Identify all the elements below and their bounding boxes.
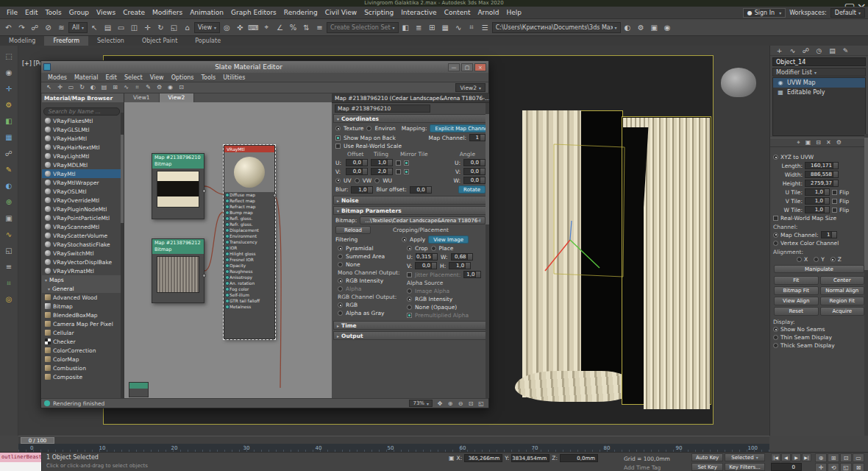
- material-port[interactable]: Anisotropy: [224, 275, 274, 280]
- place-radio[interactable]: [431, 246, 436, 251]
- partial-node[interactable]: [129, 382, 149, 397]
- pan-icon[interactable]: ✛: [55, 83, 65, 92]
- slate-menu-item[interactable]: Options: [168, 74, 198, 81]
- key-filters-button[interactable]: Key Filters...: [725, 463, 765, 471]
- object-name-field[interactable]: Object_14: [772, 57, 866, 66]
- zoom-icon[interactable]: ⊕: [815, 453, 827, 462]
- ribbon-tab[interactable]: Populate: [186, 36, 230, 46]
- filter-none-radio[interactable]: [338, 262, 343, 267]
- pan-icon[interactable]: ✛: [815, 463, 827, 471]
- region-icon[interactable]: ▭: [66, 83, 76, 92]
- layer-explorer-icon[interactable]: ⊞: [426, 21, 438, 34]
- tab-utilities-icon[interactable]: ✎: [841, 47, 850, 54]
- select-tool-icon[interactable]: ↖: [44, 83, 54, 92]
- zoom-out-icon[interactable]: ⊖: [456, 400, 465, 407]
- menu-item[interactable]: Scripting: [360, 9, 397, 16]
- slate-menu-item[interactable]: Modes: [44, 74, 71, 81]
- time-slider[interactable]: 0 / 100: [18, 436, 769, 444]
- ref-coord-dropdown[interactable]: View: [194, 22, 220, 33]
- custom-tool-icon[interactable]: ∿: [4, 230, 15, 240]
- settings-icon[interactable]: ⚙: [154, 83, 164, 92]
- w-flip-checkbox[interactable]: [832, 208, 837, 213]
- scale-icon[interactable]: ◱: [168, 21, 180, 34]
- v-flip-spinner[interactable]: 1,0: [805, 197, 830, 205]
- scene-explorer-icon[interactable]: ☰: [479, 21, 491, 34]
- map-list-item[interactable]: Combustion: [42, 364, 124, 372]
- maxscript-input-line[interactable]: [0, 462, 41, 471]
- z-coordinate-field[interactable]: 0,0mm: [560, 454, 598, 462]
- menu-item[interactable]: Create: [119, 9, 149, 16]
- orbit-icon[interactable]: ⟲: [828, 463, 839, 471]
- alpha-as-gray-radio[interactable]: [338, 311, 343, 316]
- select-by-name-icon[interactable]: ▤: [102, 21, 114, 34]
- material-list-item[interactable]: VRayMtl: [42, 169, 124, 178]
- schematic-view-icon[interactable]: ⌗: [466, 21, 478, 34]
- material-list-item[interactable]: VRayMDLMtl: [42, 160, 124, 169]
- reload-button[interactable]: Reload: [335, 226, 371, 234]
- align-x-radio[interactable]: [797, 257, 802, 262]
- eye-icon[interactable]: ◉: [777, 79, 784, 86]
- custom-tool-icon[interactable]: ✎: [4, 165, 15, 175]
- material-list-item[interactable]: VRayStochasticFlake: [42, 240, 124, 249]
- material-ball-icon[interactable]: ◐: [88, 83, 98, 92]
- material-port[interactable]: Fog color: [224, 286, 274, 292]
- material-list-item[interactable]: VRayLightMtl: [42, 152, 124, 160]
- pyramidal-radio[interactable]: [338, 246, 343, 251]
- modifier-list-dropdown[interactable]: Modifier List: [772, 68, 866, 77]
- custom-tool-icon[interactable]: ≡: [4, 262, 15, 272]
- pin-stack-icon[interactable]: ⌖: [797, 139, 800, 146]
- mono-rgb-intensity-radio[interactable]: [338, 278, 343, 283]
- output-socket[interactable]: [273, 194, 277, 197]
- map-channel-spinner[interactable]: 1: [469, 134, 485, 141]
- material-port[interactable]: Hilight gloss: [224, 251, 274, 257]
- alignment-button[interactable]: Bitmap Fit: [774, 286, 819, 295]
- tab-display-icon[interactable]: ▤: [828, 47, 837, 54]
- selected-dropdown[interactable]: Selected: [725, 453, 765, 461]
- viewcube[interactable]: [721, 68, 756, 97]
- selection-filter-dropdown[interactable]: All: [68, 22, 88, 33]
- unlink-icon[interactable]: ⊘: [42, 21, 54, 34]
- alignment-button[interactable]: View Align: [774, 297, 819, 305]
- rotate-button[interactable]: Rotate: [458, 185, 485, 194]
- zoom-region-icon[interactable]: ▭: [853, 453, 864, 462]
- alignment-button[interactable]: Acquire: [820, 307, 865, 316]
- ribbon-tab[interactable]: Selection: [88, 36, 133, 46]
- slate-view-selector[interactable]: View2: [455, 83, 485, 92]
- menu-item[interactable]: Modifiers: [149, 9, 186, 16]
- next-frame-icon[interactable]: ▶|: [802, 453, 811, 461]
- search-input[interactable]: [43, 107, 120, 116]
- rotate-icon[interactable]: ↻: [154, 21, 167, 34]
- material-editor-icon[interactable]: ◐: [622, 21, 634, 34]
- length-spinner[interactable]: 160,171: [805, 162, 839, 169]
- custom-tool-icon[interactable]: ◧: [4, 116, 15, 127]
- show-end-result-icon[interactable]: ▣: [805, 139, 811, 146]
- material-port[interactable]: Translucency: [224, 239, 274, 245]
- xyz-to-uvw-radio[interactable]: [773, 155, 778, 160]
- layout-icon[interactable]: ⊞: [110, 83, 120, 92]
- pick-material-icon[interactable]: ▤: [99, 83, 109, 92]
- set-key-button[interactable]: Set Key: [691, 463, 723, 471]
- redo-icon[interactable]: ↷: [15, 21, 28, 34]
- crop-w-spinner[interactable]: 0,68: [451, 253, 473, 261]
- crop-u-spinner[interactable]: 0,315: [416, 253, 438, 261]
- rollout-output[interactable]: Output: [333, 331, 488, 340]
- tab-modify-icon[interactable]: ∿: [788, 47, 797, 54]
- bitmap-path-button[interactable]: ...\Textiles\Cedar Landscape&Arena T1807…: [360, 216, 485, 224]
- thick-seam-radio[interactable]: [773, 343, 778, 348]
- map-list-item[interactable]: ColorMap: [42, 355, 124, 364]
- uv-radio[interactable]: [335, 178, 341, 183]
- configure-icon[interactable]: ⚙: [836, 139, 842, 146]
- ribbon-tab[interactable]: Object Paint: [133, 36, 186, 46]
- move-icon[interactable]: ✛: [141, 21, 154, 34]
- align-y-radio[interactable]: [814, 257, 819, 262]
- custom-tool-icon[interactable]: ▦: [4, 132, 15, 143]
- material-port[interactable]: Refr. gloss.: [224, 222, 274, 227]
- menu-item[interactable]: Edit: [21, 9, 41, 16]
- maxscript-mini-listener[interactable]: outlinerBeast: [0, 453, 42, 471]
- material-list-item[interactable]: VRaySwitchMtl: [42, 249, 124, 258]
- close-icon[interactable]: ×: [857, 0, 867, 7]
- rgb-radio[interactable]: [338, 302, 343, 308]
- pan-icon[interactable]: ✥: [435, 400, 444, 407]
- v-tiling-spinner[interactable]: 2,0: [371, 168, 393, 175]
- modifier-stack-item[interactable]: ◉ UVW Map: [773, 78, 865, 88]
